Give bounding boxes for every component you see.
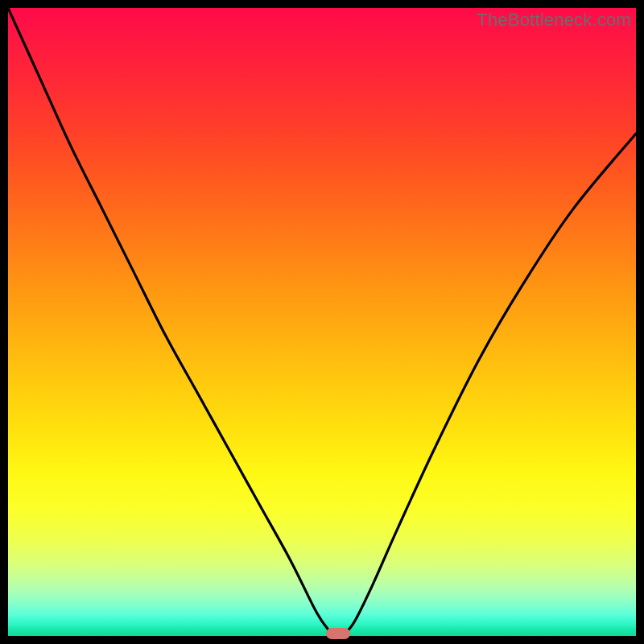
chart-curve-svg (8, 8, 636, 636)
chart-container: TheBottleneck.com (0, 0, 644, 644)
bottleneck-marker (326, 628, 350, 639)
watermark-text: TheBottleneck.com (477, 10, 631, 31)
bottleneck-curve (8, 8, 636, 636)
